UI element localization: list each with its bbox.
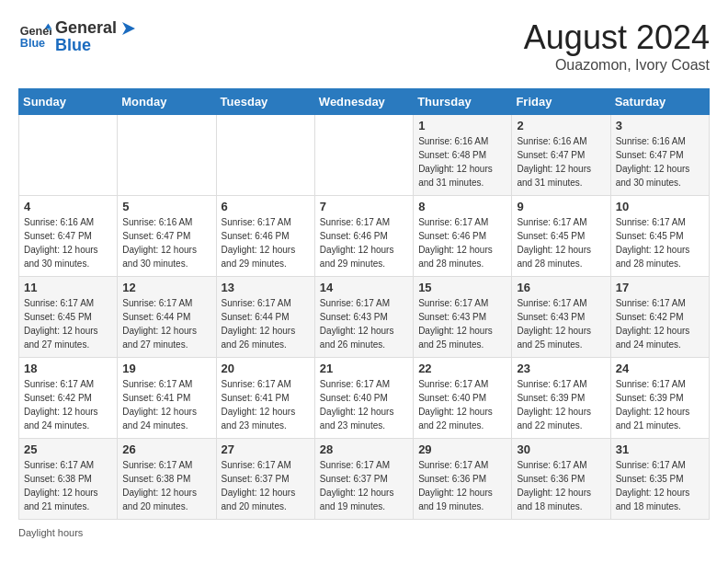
day-number: 18 bbox=[24, 362, 112, 375]
day-number: 10 bbox=[616, 200, 704, 213]
day-number: 27 bbox=[222, 442, 310, 456]
day-number: 13 bbox=[222, 281, 310, 294]
day-info: Sunrise: 6:17 AM Sunset: 6:38 PM Dayligh… bbox=[122, 458, 210, 513]
calendar-cell: 2Sunrise: 6:16 AM Sunset: 6:47 PM Daylig… bbox=[512, 115, 610, 196]
day-info: Sunrise: 6:17 AM Sunset: 6:41 PM Dayligh… bbox=[122, 377, 210, 432]
header-sunday: Sunday bbox=[19, 89, 118, 115]
calendar-cell: 17Sunrise: 6:17 AM Sunset: 6:42 PM Dayli… bbox=[610, 277, 709, 358]
calendar-cell: 5Sunrise: 6:16 AM Sunset: 6:47 PM Daylig… bbox=[118, 196, 216, 277]
calendar-cell: 1Sunrise: 6:16 AM Sunset: 6:48 PM Daylig… bbox=[414, 115, 512, 196]
day-info: Sunrise: 6:17 AM Sunset: 6:45 PM Dayligh… bbox=[616, 215, 704, 270]
day-info: Sunrise: 6:17 AM Sunset: 6:45 PM Dayligh… bbox=[24, 296, 112, 351]
calendar-cell: 6Sunrise: 6:17 AM Sunset: 6:46 PM Daylig… bbox=[216, 196, 314, 277]
calendar-header-row: SundayMondayTuesdayWednesdayThursdayFrid… bbox=[19, 89, 710, 115]
header-monday: Monday bbox=[118, 89, 216, 115]
day-info: Sunrise: 6:16 AM Sunset: 6:47 PM Dayligh… bbox=[517, 134, 605, 190]
day-number: 2 bbox=[517, 119, 605, 132]
logo-blue: Blue bbox=[55, 36, 135, 55]
day-number: 17 bbox=[616, 281, 704, 294]
day-number: 26 bbox=[122, 442, 210, 456]
day-number: 14 bbox=[320, 281, 408, 294]
day-info: Sunrise: 6:17 AM Sunset: 6:35 PM Dayligh… bbox=[616, 458, 704, 513]
day-info: Sunrise: 6:17 AM Sunset: 6:42 PM Dayligh… bbox=[616, 296, 704, 351]
day-info: Sunrise: 6:17 AM Sunset: 6:45 PM Dayligh… bbox=[517, 215, 605, 270]
day-info: Sunrise: 6:17 AM Sunset: 6:37 PM Dayligh… bbox=[320, 458, 408, 513]
day-number: 29 bbox=[418, 442, 506, 456]
day-number: 21 bbox=[320, 362, 408, 375]
day-number: 28 bbox=[320, 442, 408, 456]
day-info: Sunrise: 6:17 AM Sunset: 6:37 PM Dayligh… bbox=[222, 458, 310, 513]
day-info: Sunrise: 6:17 AM Sunset: 6:46 PM Dayligh… bbox=[222, 215, 310, 270]
day-number: 16 bbox=[517, 281, 605, 294]
calendar-cell: 14Sunrise: 6:17 AM Sunset: 6:43 PM Dayli… bbox=[314, 277, 413, 358]
day-info: Sunrise: 6:16 AM Sunset: 6:48 PM Dayligh… bbox=[418, 134, 506, 190]
day-info: Sunrise: 6:17 AM Sunset: 6:43 PM Dayligh… bbox=[517, 296, 605, 351]
day-number: 20 bbox=[222, 362, 310, 375]
logo-general: General bbox=[55, 18, 117, 38]
week-row-1: 4Sunrise: 6:16 AM Sunset: 6:47 PM Daylig… bbox=[19, 196, 710, 277]
location: Ouazomon, Ivory Coast bbox=[524, 57, 710, 74]
day-info: Sunrise: 6:17 AM Sunset: 6:39 PM Dayligh… bbox=[517, 377, 605, 432]
day-info: Sunrise: 6:17 AM Sunset: 6:36 PM Dayligh… bbox=[418, 458, 506, 513]
day-info: Sunrise: 6:17 AM Sunset: 6:39 PM Dayligh… bbox=[616, 377, 704, 432]
calendar-cell bbox=[19, 115, 118, 196]
day-number: 23 bbox=[517, 362, 605, 375]
day-info: Sunrise: 6:17 AM Sunset: 6:46 PM Dayligh… bbox=[320, 215, 408, 270]
day-number: 3 bbox=[616, 119, 704, 132]
day-number: 11 bbox=[24, 281, 112, 294]
day-info: Sunrise: 6:17 AM Sunset: 6:36 PM Dayligh… bbox=[517, 458, 605, 513]
calendar-cell: 24Sunrise: 6:17 AM Sunset: 6:39 PM Dayli… bbox=[610, 358, 709, 439]
calendar-cell: 23Sunrise: 6:17 AM Sunset: 6:39 PM Dayli… bbox=[512, 358, 610, 439]
calendar-cell: 11Sunrise: 6:17 AM Sunset: 6:45 PM Dayli… bbox=[19, 277, 118, 358]
header: General Blue General Blue August 2024 Ou… bbox=[18, 18, 710, 74]
week-row-0: 1Sunrise: 6:16 AM Sunset: 6:48 PM Daylig… bbox=[19, 115, 710, 196]
calendar-cell: 29Sunrise: 6:17 AM Sunset: 6:36 PM Dayli… bbox=[414, 439, 512, 520]
day-number: 8 bbox=[418, 200, 506, 213]
day-info: Sunrise: 6:16 AM Sunset: 6:47 PM Dayligh… bbox=[24, 215, 112, 270]
calendar-cell: 28Sunrise: 6:17 AM Sunset: 6:37 PM Dayli… bbox=[314, 439, 413, 520]
day-info: Sunrise: 6:17 AM Sunset: 6:43 PM Dayligh… bbox=[418, 296, 506, 351]
header-tuesday: Tuesday bbox=[216, 89, 314, 115]
logo-arrow-icon bbox=[119, 20, 135, 37]
day-number: 22 bbox=[418, 362, 506, 375]
day-number: 30 bbox=[517, 442, 605, 456]
day-number: 12 bbox=[122, 281, 210, 294]
calendar-cell: 18Sunrise: 6:17 AM Sunset: 6:42 PM Dayli… bbox=[19, 358, 118, 439]
calendar-cell: 9Sunrise: 6:17 AM Sunset: 6:45 PM Daylig… bbox=[512, 196, 610, 277]
calendar-cell: 15Sunrise: 6:17 AM Sunset: 6:43 PM Dayli… bbox=[414, 277, 512, 358]
day-info: Sunrise: 6:17 AM Sunset: 6:43 PM Dayligh… bbox=[320, 296, 408, 351]
day-number: 25 bbox=[24, 442, 112, 456]
week-row-3: 18Sunrise: 6:17 AM Sunset: 6:42 PM Dayli… bbox=[19, 358, 710, 439]
calendar-cell: 16Sunrise: 6:17 AM Sunset: 6:43 PM Dayli… bbox=[512, 277, 610, 358]
day-number: 1 bbox=[418, 119, 506, 132]
footer-label: Daylight hours bbox=[18, 527, 710, 538]
svg-text:Blue: Blue bbox=[20, 37, 45, 50]
month-title: August 2024 bbox=[524, 18, 710, 57]
calendar-cell: 12Sunrise: 6:17 AM Sunset: 6:44 PM Dayli… bbox=[118, 277, 216, 358]
week-row-2: 11Sunrise: 6:17 AM Sunset: 6:45 PM Dayli… bbox=[19, 277, 710, 358]
day-number: 19 bbox=[122, 362, 210, 375]
calendar-cell: 31Sunrise: 6:17 AM Sunset: 6:35 PM Dayli… bbox=[610, 439, 709, 520]
day-number: 9 bbox=[517, 200, 605, 213]
svg-marker-4 bbox=[122, 22, 135, 35]
calendar-cell: 13Sunrise: 6:17 AM Sunset: 6:44 PM Dayli… bbox=[216, 277, 314, 358]
day-info: Sunrise: 6:17 AM Sunset: 6:38 PM Dayligh… bbox=[24, 458, 112, 513]
day-number: 5 bbox=[122, 200, 210, 213]
header-friday: Friday bbox=[512, 89, 610, 115]
calendar-cell: 27Sunrise: 6:17 AM Sunset: 6:37 PM Dayli… bbox=[216, 439, 314, 520]
calendar-cell: 19Sunrise: 6:17 AM Sunset: 6:41 PM Dayli… bbox=[118, 358, 216, 439]
calendar-cell: 8Sunrise: 6:17 AM Sunset: 6:46 PM Daylig… bbox=[414, 196, 512, 277]
day-info: Sunrise: 6:17 AM Sunset: 6:44 PM Dayligh… bbox=[122, 296, 210, 351]
day-info: Sunrise: 6:17 AM Sunset: 6:40 PM Dayligh… bbox=[418, 377, 506, 432]
day-number: 15 bbox=[418, 281, 506, 294]
calendar-cell: 7Sunrise: 6:17 AM Sunset: 6:46 PM Daylig… bbox=[314, 196, 413, 277]
day-number: 4 bbox=[24, 200, 112, 213]
calendar-cell: 4Sunrise: 6:16 AM Sunset: 6:47 PM Daylig… bbox=[19, 196, 118, 277]
day-info: Sunrise: 6:16 AM Sunset: 6:47 PM Dayligh… bbox=[616, 134, 704, 190]
header-saturday: Saturday bbox=[610, 89, 709, 115]
week-row-4: 25Sunrise: 6:17 AM Sunset: 6:38 PM Dayli… bbox=[19, 439, 710, 520]
header-wednesday: Wednesday bbox=[314, 89, 413, 115]
calendar-cell bbox=[314, 115, 413, 196]
calendar-cell: 20Sunrise: 6:17 AM Sunset: 6:41 PM Dayli… bbox=[216, 358, 314, 439]
day-info: Sunrise: 6:17 AM Sunset: 6:46 PM Dayligh… bbox=[418, 215, 506, 270]
